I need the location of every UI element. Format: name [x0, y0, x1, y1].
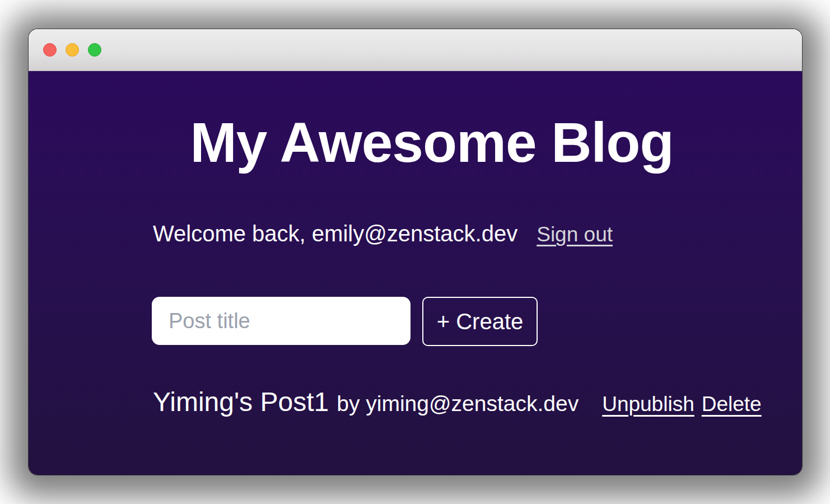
post-byline-prefix: by [337, 391, 360, 416]
unpublish-link[interactable]: Unpublish [602, 393, 694, 416]
app-window: My Awesome Blog Welcome back, emily@zens… [29, 29, 802, 475]
sign-out-link[interactable]: Sign out [537, 223, 613, 246]
welcome-text: Welcome back, emily@zenstack.dev [153, 221, 517, 246]
minimize-button[interactable] [66, 43, 79, 57]
delete-link[interactable]: Delete [702, 393, 762, 416]
close-button[interactable] [43, 43, 57, 57]
post-actions: Unpublish Delete [602, 393, 762, 416]
post-title: Yiming's Post1 [153, 386, 329, 417]
post-byline: by yiming@zenstack.dev [337, 391, 579, 416]
post-row: Yiming's Post1 by yiming@zenstack.dev Un… [153, 386, 758, 417]
post-author-email: yiming@zenstack.dev [366, 391, 579, 416]
page: My Awesome Blog Welcome back, emily@zens… [0, 0, 830, 504]
blog-app-content: My Awesome Blog Welcome back, emily@zens… [29, 71, 802, 475]
zoom-button[interactable] [88, 43, 101, 57]
window-controls [43, 43, 101, 57]
create-button[interactable]: + Create [422, 297, 538, 346]
window-titlebar[interactable] [29, 29, 802, 71]
post-title-input[interactable] [152, 297, 411, 345]
user-bar: Welcome back, emily@zenstack.dev Sign ou… [153, 221, 741, 246]
create-post-form: + Create [152, 297, 538, 346]
post-list: Yiming's Post1 by yiming@zenstack.dev Un… [153, 386, 758, 417]
page-title: My Awesome Blog [152, 111, 712, 173]
